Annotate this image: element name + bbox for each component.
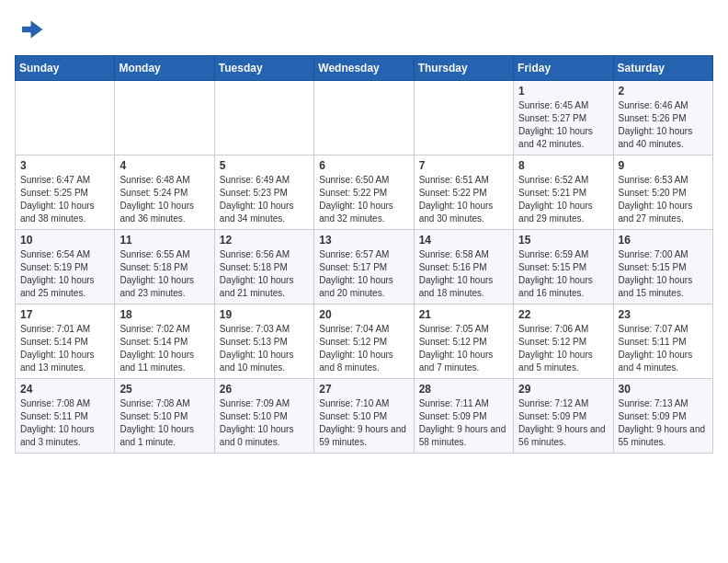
cell-content: Sunrise: 7:09 AM Sunset: 5:10 PM Dayligh… (220, 397, 309, 449)
calendar-cell: 22Sunrise: 7:06 AM Sunset: 5:12 PM Dayli… (514, 304, 613, 379)
day-number: 28 (419, 383, 508, 396)
cell-content: Sunrise: 7:08 AM Sunset: 5:11 PM Dayligh… (20, 397, 109, 449)
calendar-week-2: 3Sunrise: 6:47 AM Sunset: 5:25 PM Daylig… (16, 155, 713, 230)
cell-content: Sunrise: 6:59 AM Sunset: 5:15 PM Dayligh… (518, 248, 608, 300)
day-number: 14 (419, 234, 508, 247)
calendar-cell: 16Sunrise: 7:00 AM Sunset: 5:15 PM Dayli… (613, 230, 712, 304)
day-header-tuesday: Tuesday (214, 56, 313, 81)
calendar-cell: 21Sunrise: 7:05 AM Sunset: 5:12 PM Dayli… (414, 304, 513, 379)
cell-content: Sunrise: 6:48 AM Sunset: 5:24 PM Dayligh… (119, 174, 209, 225)
calendar-cell: 20Sunrise: 7:04 AM Sunset: 5:12 PM Dayli… (314, 304, 414, 379)
cell-content: Sunrise: 7:03 AM Sunset: 5:13 PM Dayligh… (220, 323, 309, 374)
calendar-cell: 23Sunrise: 7:07 AM Sunset: 5:11 PM Dayli… (613, 304, 712, 379)
cell-content: Sunrise: 7:08 AM Sunset: 5:10 PM Dayligh… (119, 397, 209, 449)
cell-content: Sunrise: 7:01 AM Sunset: 5:14 PM Dayligh… (20, 323, 109, 374)
calendar-cell: 17Sunrise: 7:01 AM Sunset: 5:14 PM Dayli… (16, 304, 115, 379)
cell-content: Sunrise: 6:52 AM Sunset: 5:21 PM Dayligh… (518, 174, 608, 225)
logo (15, 15, 48, 44)
calendar-cell: 19Sunrise: 7:03 AM Sunset: 5:13 PM Dayli… (214, 304, 313, 379)
day-number: 9 (619, 159, 708, 172)
calendar-cell: 30Sunrise: 7:13 AM Sunset: 5:09 PM Dayli… (613, 379, 712, 454)
calendar-cell: 26Sunrise: 7:09 AM Sunset: 5:10 PM Dayli… (214, 379, 313, 454)
cell-content: Sunrise: 7:07 AM Sunset: 5:11 PM Dayligh… (619, 323, 708, 374)
calendar-cell: 5Sunrise: 6:49 AM Sunset: 5:23 PM Daylig… (214, 155, 313, 230)
cell-content: Sunrise: 6:53 AM Sunset: 5:20 PM Dayligh… (619, 174, 708, 225)
calendar-cell: 4Sunrise: 6:48 AM Sunset: 5:24 PM Daylig… (115, 155, 214, 230)
day-number: 25 (119, 383, 209, 396)
cell-content: Sunrise: 7:12 AM Sunset: 5:09 PM Dayligh… (518, 397, 608, 449)
day-header-friday: Friday (514, 56, 613, 81)
calendar-cell (16, 81, 115, 155)
day-number: 4 (119, 159, 209, 172)
day-number: 6 (319, 159, 408, 172)
cell-content: Sunrise: 6:57 AM Sunset: 5:17 PM Dayligh… (319, 248, 408, 300)
calendar-cell: 29Sunrise: 7:12 AM Sunset: 5:09 PM Dayli… (514, 379, 613, 454)
cell-content: Sunrise: 6:45 AM Sunset: 5:27 PM Dayligh… (518, 99, 608, 151)
day-header-sunday: Sunday (16, 56, 115, 81)
day-header-thursday: Thursday (414, 56, 513, 81)
calendar-week-4: 17Sunrise: 7:01 AM Sunset: 5:14 PM Dayli… (16, 304, 713, 379)
cell-content: Sunrise: 6:55 AM Sunset: 5:18 PM Dayligh… (119, 248, 209, 300)
calendar-cell: 27Sunrise: 7:10 AM Sunset: 5:10 PM Dayli… (314, 379, 414, 454)
calendar-cell: 14Sunrise: 6:58 AM Sunset: 5:16 PM Dayli… (414, 230, 513, 304)
calendar-cell (314, 81, 414, 155)
day-number: 1 (518, 85, 608, 98)
calendar-cell: 9Sunrise: 6:53 AM Sunset: 5:20 PM Daylig… (613, 155, 712, 230)
day-number: 19 (220, 308, 309, 321)
calendar-cell: 11Sunrise: 6:55 AM Sunset: 5:18 PM Dayli… (115, 230, 214, 304)
cell-content: Sunrise: 6:58 AM Sunset: 5:16 PM Dayligh… (419, 248, 508, 300)
day-number: 21 (419, 308, 508, 321)
calendar-cell: 24Sunrise: 7:08 AM Sunset: 5:11 PM Dayli… (16, 379, 115, 454)
cell-content: Sunrise: 7:06 AM Sunset: 5:12 PM Dayligh… (518, 323, 608, 374)
day-number: 29 (518, 383, 608, 396)
logo-icon (15, 15, 44, 44)
cell-content: Sunrise: 7:13 AM Sunset: 5:09 PM Dayligh… (619, 397, 708, 449)
day-number: 15 (518, 234, 608, 247)
calendar-cell: 28Sunrise: 7:11 AM Sunset: 5:09 PM Dayli… (414, 379, 513, 454)
cell-content: Sunrise: 7:10 AM Sunset: 5:10 PM Dayligh… (319, 397, 408, 449)
day-number: 12 (220, 234, 309, 247)
day-number: 16 (619, 234, 708, 247)
cell-content: Sunrise: 7:02 AM Sunset: 5:14 PM Dayligh… (119, 323, 209, 374)
cell-content: Sunrise: 6:54 AM Sunset: 5:19 PM Dayligh… (20, 248, 109, 300)
cell-content: Sunrise: 6:46 AM Sunset: 5:26 PM Dayligh… (619, 99, 708, 151)
calendar-cell: 25Sunrise: 7:08 AM Sunset: 5:10 PM Dayli… (115, 379, 214, 454)
day-number: 24 (20, 383, 109, 396)
day-number: 5 (220, 159, 309, 172)
calendar-cell: 2Sunrise: 6:46 AM Sunset: 5:26 PM Daylig… (613, 81, 712, 155)
cell-content: Sunrise: 6:49 AM Sunset: 5:23 PM Dayligh… (220, 174, 309, 225)
cell-content: Sunrise: 6:47 AM Sunset: 5:25 PM Dayligh… (20, 174, 109, 225)
cell-content: Sunrise: 6:51 AM Sunset: 5:22 PM Dayligh… (419, 174, 508, 225)
day-number: 7 (419, 159, 508, 172)
day-number: 2 (619, 85, 708, 98)
calendar-cell (115, 81, 214, 155)
day-number: 30 (619, 383, 708, 396)
calendar-cell: 1Sunrise: 6:45 AM Sunset: 5:27 PM Daylig… (514, 81, 613, 155)
calendar-week-3: 10Sunrise: 6:54 AM Sunset: 5:19 PM Dayli… (16, 230, 713, 304)
day-header-monday: Monday (115, 56, 214, 81)
day-header-wednesday: Wednesday (314, 56, 414, 81)
cell-content: Sunrise: 7:11 AM Sunset: 5:09 PM Dayligh… (419, 397, 508, 449)
header-row: SundayMondayTuesdayWednesdayThursdayFrid… (16, 56, 713, 81)
cell-content: Sunrise: 6:56 AM Sunset: 5:18 PM Dayligh… (220, 248, 309, 300)
calendar-week-5: 24Sunrise: 7:08 AM Sunset: 5:11 PM Dayli… (16, 379, 713, 454)
day-number: 10 (20, 234, 109, 247)
day-number: 26 (220, 383, 309, 396)
cell-content: Sunrise: 6:50 AM Sunset: 5:22 PM Dayligh… (319, 174, 408, 225)
day-number: 27 (319, 383, 408, 396)
day-number: 18 (119, 308, 209, 321)
day-number: 8 (518, 159, 608, 172)
calendar-cell (214, 81, 313, 155)
page-header (15, 15, 713, 44)
cell-content: Sunrise: 7:05 AM Sunset: 5:12 PM Dayligh… (419, 323, 508, 374)
day-number: 3 (20, 159, 109, 172)
day-number: 23 (619, 308, 708, 321)
day-number: 22 (518, 308, 608, 321)
calendar-cell: 8Sunrise: 6:52 AM Sunset: 5:21 PM Daylig… (514, 155, 613, 230)
day-number: 17 (20, 308, 109, 321)
day-number: 20 (319, 308, 408, 321)
calendar-cell: 6Sunrise: 6:50 AM Sunset: 5:22 PM Daylig… (314, 155, 414, 230)
calendar-table: SundayMondayTuesdayWednesdayThursdayFrid… (15, 55, 713, 454)
calendar-cell (414, 81, 513, 155)
cell-content: Sunrise: 7:00 AM Sunset: 5:15 PM Dayligh… (619, 248, 708, 300)
